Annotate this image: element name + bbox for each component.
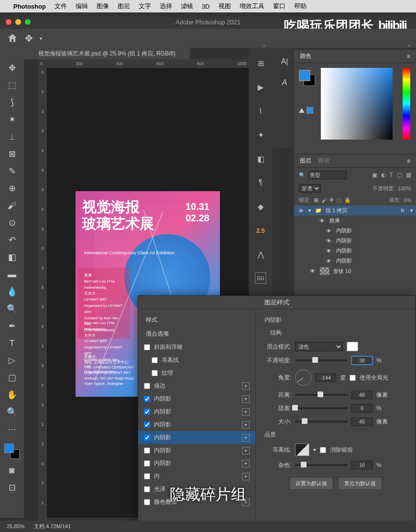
stamp-tool[interactable]: ⊙ — [6, 217, 18, 228]
style-row[interactable]: 斜面和浮雕 — [138, 341, 255, 354]
path-tool[interactable]: ▷ — [6, 355, 18, 366]
zoom-icon[interactable] — [25, 19, 31, 25]
style-checkbox[interactable] — [144, 422, 150, 428]
distance-slider[interactable] — [295, 394, 348, 396]
style-row[interactable]: 内阴影+ — [138, 457, 255, 470]
style-checkbox[interactable] — [152, 357, 158, 363]
style-checkbox[interactable] — [152, 370, 158, 376]
lock-artboard-icon[interactable]: ▢ — [337, 197, 341, 203]
visibility-icon[interactable]: 👁 — [297, 208, 305, 214]
layer-item[interactable]: 👁 效果 — [294, 216, 416, 226]
style-checkbox[interactable] — [144, 460, 150, 467]
app-name[interactable]: Photoshop — [13, 3, 46, 10]
layers-icon[interactable]: ◧ — [255, 153, 266, 164]
grid-icon[interactable]: ⊞ — [255, 57, 266, 69]
contour-picker[interactable] — [295, 444, 309, 456]
layer-filter[interactable] — [308, 171, 347, 179]
layer-item[interactable]: 👁 形状 10 — [294, 266, 416, 276]
visibility-icon[interactable]: 👁 — [318, 218, 326, 224]
style-checkbox[interactable] — [144, 447, 150, 454]
add-icon[interactable]: + — [242, 434, 250, 442]
marquee-tool[interactable]: ⬚ — [6, 79, 18, 91]
style-checkbox[interactable] — [144, 434, 150, 441]
style-checkbox[interactable] — [144, 344, 150, 350]
reset-default-button[interactable]: 复位为默认值 — [338, 477, 382, 490]
style-checkbox[interactable] — [144, 486, 150, 492]
style-row[interactable]: 内阴影+ — [138, 418, 255, 431]
document-tab[interactable]: 视觉海报玻璃艺术展.psd @ 25.9% (组 1 拷贝, RGB/8) — [24, 48, 190, 59]
mini-swatch[interactable] — [299, 107, 313, 114]
style-checkbox[interactable] — [144, 409, 150, 415]
menu-3d[interactable]: 3D — [202, 3, 210, 10]
panel-menu-icon[interactable]: ≡ — [407, 53, 410, 60]
move-tool[interactable]: ✥ — [6, 62, 18, 74]
gradient-tool[interactable]: ▬ — [6, 269, 18, 280]
make-default-button[interactable]: 设置为默认值 — [289, 477, 333, 490]
layer-name[interactable]: 组 1 拷贝 — [326, 207, 347, 214]
dropdown-icon[interactable]: ▾ — [313, 446, 316, 453]
styles-header[interactable]: 样式 — [138, 313, 255, 327]
layer-item[interactable]: 👁 内阴影 — [294, 246, 416, 256]
spread-slider[interactable] — [295, 407, 348, 409]
visibility-icon[interactable]: 👁 — [308, 268, 316, 274]
style-row[interactable]: 描边+ — [138, 380, 255, 392]
wand-tool[interactable]: ✶ — [6, 114, 18, 125]
eraser-tool[interactable]: ◧ — [6, 251, 18, 263]
style-checkbox[interactable] — [144, 383, 150, 389]
home-icon[interactable] — [7, 33, 18, 44]
opacity-slider[interactable] — [295, 359, 348, 361]
layer-item[interactable]: 👁 ▾ 📁 组 1 拷贝 fx ▾ — [294, 206, 416, 216]
collapse-icon[interactable]: » — [407, 43, 410, 48]
lock-all-icon[interactable]: 🔒 — [344, 197, 351, 203]
size-slider[interactable] — [295, 421, 348, 423]
add-icon[interactable]: + — [242, 382, 250, 390]
visibility-icon[interactable]: 👁 — [325, 228, 332, 234]
size-input[interactable] — [351, 417, 372, 426]
screenmode-tool[interactable]: ⊡ — [6, 482, 18, 493]
shape-filter-icon[interactable]: ▢ — [397, 172, 402, 178]
style-checkbox[interactable] — [144, 396, 150, 402]
glyphs-icon[interactable]: A — [282, 78, 287, 87]
hand-tool[interactable]: ✋ — [6, 389, 18, 401]
layer-name[interactable]: 形状 10 — [333, 268, 351, 275]
tab-layers[interactable]: 图层 — [300, 157, 311, 165]
add-icon[interactable]: + — [242, 447, 250, 455]
fx-badge[interactable]: fx — [401, 208, 405, 213]
more-tools[interactable]: ⋯ — [6, 423, 18, 435]
visibility-icon[interactable]: 👁 — [325, 238, 332, 244]
add-icon[interactable]: + — [242, 421, 250, 429]
blend-mode-select[interactable]: 滤色 — [295, 342, 343, 351]
play-icon[interactable]: ▶ — [255, 81, 266, 93]
color-swatches[interactable] — [4, 444, 20, 459]
menu-help[interactable]: 帮助 — [294, 2, 307, 11]
chevron-down-icon[interactable]: ▾ — [308, 207, 311, 214]
character-icon[interactable]: A| — [281, 57, 288, 66]
minimize-icon[interactable] — [15, 19, 21, 25]
color-swatch[interactable] — [299, 70, 315, 86]
image-filter-icon[interactable]: ▣ — [372, 172, 377, 178]
spread-input[interactable] — [351, 404, 372, 413]
layer-item[interactable]: 👁 内阴影 — [294, 256, 416, 266]
histogram-icon[interactable]: ⋀ — [255, 249, 266, 260]
style-row[interactable]: 内阴影+ — [138, 392, 255, 405]
menu-select[interactable]: 选择 — [160, 2, 172, 11]
style-checkbox[interactable] — [144, 473, 150, 479]
close-icon[interactable] — [6, 19, 11, 25]
noise-slider[interactable] — [295, 464, 348, 466]
add-icon[interactable]: + — [242, 408, 250, 416]
distance-input[interactable] — [351, 391, 372, 399]
lock-brush-icon[interactable]: 🖌 — [321, 197, 327, 203]
style-row[interactable]: 内阴影+ — [138, 444, 255, 457]
menu-layer[interactable]: 图层 — [118, 2, 130, 11]
chevron-down-icon[interactable]: ▾ — [410, 207, 413, 214]
doc-size[interactable]: 文档:4.72M/141 — [34, 523, 71, 530]
type-tool[interactable]: T — [6, 337, 18, 349]
tab-paths[interactable]: 路径 — [318, 157, 329, 165]
menu-filter[interactable]: 滤镜 — [181, 2, 193, 11]
healing-tool[interactable]: ⊕ — [6, 183, 18, 194]
numeric-readout[interactable]: 2.5 — [255, 225, 266, 236]
style-row[interactable]: 内阴影+ — [138, 405, 255, 418]
tab-color[interactable]: 颜色 — [300, 52, 311, 60]
zoom-tool[interactable]: 🔍 — [6, 406, 18, 418]
menu-window[interactable]: 窗口 — [273, 2, 285, 11]
